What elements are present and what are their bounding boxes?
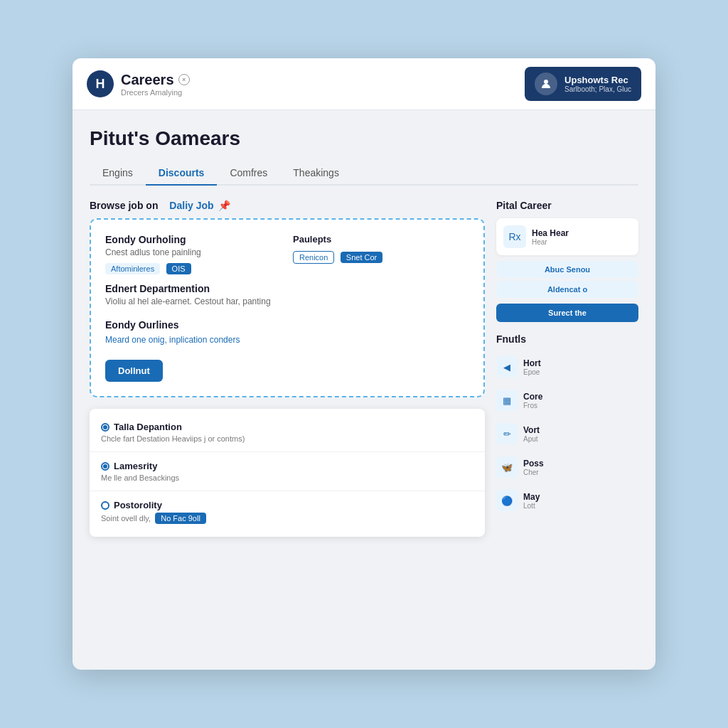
dropdown-item-3[interactable]: Postorolity Soint ovell dly, No Fac 9oll [90,491,485,532]
tool-icon-1: ◀ [496,356,518,378]
close-icon[interactable]: × [178,74,190,85]
title-block: Careers × Drecers Amalying [121,72,190,97]
dropdown-item-1-title: Talla Depantion [101,422,473,432]
tools-title: Fnutls [496,333,638,345]
tool-name-5: May [523,492,540,502]
right-link-btn-2[interactable]: Aldencat o [496,281,638,298]
tool-info-1: Hort Epoe [523,358,541,376]
tab-engins[interactable]: Engins [90,161,146,186]
dropdown-item-2-title: Lamesrity [101,461,473,471]
header-right-sub: Sarlbooth; Plax, Gluc [564,85,631,93]
company-info: Hea Hear Hear [532,228,569,246]
left-column: Browse job on Daliy Job 📌 Eondy Ourholin… [90,200,485,537]
tool-icon-2: ▦ [496,390,518,411]
tool-info-4: Poss Cher [523,459,544,476]
job-title-3: Eondy Ourlines [105,319,469,331]
dropdown-item-2-desc: Me lle and Besackings [101,473,473,482]
right-panel-title: Pital Career [496,200,638,211]
job-action-button[interactable]: Dollnut [105,360,163,382]
company-card[interactable]: Rx Hea Hear Hear [496,218,638,255]
radio-dot-1 [101,423,109,432]
tab-discourts[interactable]: Discourts [146,161,218,186]
job-right-tag-2[interactable]: Snet Cor [341,252,382,263]
company-name: Hea Hear [532,228,569,238]
header-right-text: Upshowts Rec Sarlbooth; Plax, Gluc [564,75,631,93]
tool-info-5: May Lott [523,492,540,510]
job-title-2: Ednert Departmention [105,283,469,294]
svg-point-0 [544,80,548,84]
job-tag-1[interactable]: Aftominleres [105,263,160,274]
app-title: Careers × [121,72,190,88]
tool-sub-5: Lott [523,502,540,510]
tool-item-1[interactable]: ◀ Hort Epoe [496,350,638,384]
right-link-btn-1[interactable]: Abuc Senou [496,261,638,278]
job-bottom-row: Eondy Ourlines Meard one onig, inplicati… [105,319,469,346]
job-card: Eondy Ourholing Cnest adlus tone painlin… [90,218,485,397]
tool-sub-2: Fros [523,402,542,410]
tool-sub-1: Epoe [523,368,541,376]
tool-icon-5: 🔵 [496,490,518,511]
tabs: Engins Discourts Comfres Theakings [90,161,638,186]
right-column: Pital Career Rx Hea Hear Hear Abuc Senou… [496,200,638,537]
right-cta-button[interactable]: Surect the [496,304,638,322]
tool-item-4[interactable]: 🦋 Poss Cher [496,451,638,484]
pin-icon: 📌 [218,200,230,211]
tool-name-2: Core [523,392,542,402]
dropdown-item-2[interactable]: Lamesrity Me lle and Besackings [90,452,485,491]
dropdown-item-1[interactable]: Talla Depantion Chcle fart Destation Hea… [90,413,485,452]
job-right-tag-1[interactable]: Renicon [293,251,334,264]
job-left-block: Eondy Ourholing Cnest adlus tone painlin… [105,234,282,274]
tool-info-3: Vort Aput [523,425,540,443]
dropdown-item-3-desc: Soint ovell dly, No Fac 9oll [101,513,473,524]
browse-highlight: Daliy Job [169,200,213,211]
tool-item-2[interactable]: ▦ Core Fros [496,384,638,417]
job-title-1: Eondy Ourholing [105,234,282,245]
tools-section: Fnutls ◀ Hort Epoe ▦ Core Fros [496,333,638,518]
dropdown-item-3-title: Postorolity [101,500,473,510]
tool-item-3[interactable]: ✏ Vort Aput [496,417,638,451]
main-columns: Browse job on Daliy Job 📌 Eondy Ourholin… [90,200,638,537]
page-content: Pitut's Oamears Engins Discourts Comfres… [73,110,655,551]
job-action-link[interactable]: Meard one onig, inplication conders [105,335,240,345]
company-icon: Rx [503,225,526,248]
job-right-block: Paulepts Renicon Snet Cor [293,234,469,274]
tool-icon-4: 🦋 [496,456,518,478]
tool-item-5[interactable]: 🔵 May Lott [496,484,638,518]
header-subtitle: Drecers Amalying [121,88,190,97]
tool-info-2: Core Fros [523,392,542,410]
job-desc-1: Cnest adlus tone painling [105,247,282,257]
header: H Careers × Drecers Amalying Upshowts Re… [73,58,655,110]
job-button-row: Dollnut [105,354,469,382]
header-right-main: Upshowts Rec [564,75,631,85]
tool-icon-3: ✏ [496,423,518,444]
tab-comfres[interactable]: Comfres [217,161,280,186]
logo-block: H Careers × Drecers Amalying [87,70,190,97]
page-title: Pitut's Oamears [90,127,638,150]
radio-dot-3 [101,501,109,510]
browse-label: Browse job on Daliy Job 📌 [90,200,485,211]
logo-icon: H [87,70,114,97]
dropdown-item-1-desc: Chcle fart Destation Heaviips j or contm… [101,434,473,443]
dropdown-tag[interactable]: No Fac 9oll [155,513,206,524]
tool-sub-4: Cher [523,469,544,476]
tool-name-3: Vort [523,425,540,435]
job-right-label: Paulepts [293,234,469,245]
tool-name-4: Poss [523,459,544,469]
tool-sub-3: Aput [523,435,540,443]
radio-dot-2 [101,462,109,471]
tool-name-1: Hort [523,358,541,368]
job-mid-row: Ednert Departmention Violiu al hel ale-e… [105,283,469,311]
job-tag-2[interactable]: OIS [166,263,191,274]
company-sub: Hear [532,238,569,246]
header-cta[interactable]: Upshowts Rec Sarlbooth; Plax, Gluc [525,67,641,101]
user-icon [535,73,557,95]
dropdown-list: Talla Depantion Chcle fart Destation Hea… [90,409,485,537]
tab-theakings[interactable]: Theakings [280,161,352,186]
job-desc-2: Violiu al hel ale-earnet. Cestout har, p… [105,296,469,306]
